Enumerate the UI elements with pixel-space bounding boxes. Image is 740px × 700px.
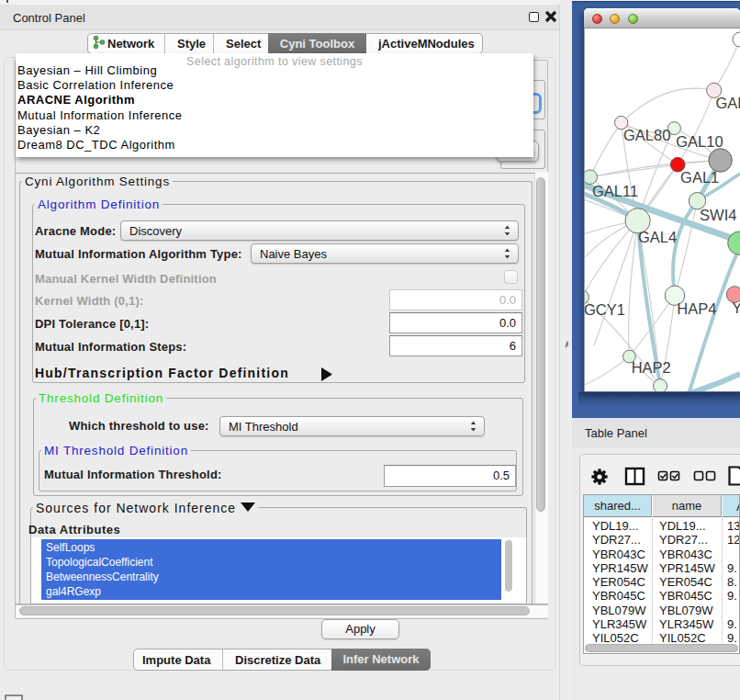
svg-text:GAL1: GAL1 xyxy=(680,169,719,186)
svg-text:GAL7: GAL7 xyxy=(715,95,740,111)
svg-text:GCY1: GCY1 xyxy=(585,301,625,318)
svg-text:GAL11: GAL11 xyxy=(592,183,638,199)
svg-text:HAP4: HAP4 xyxy=(677,300,716,317)
svg-text:GAL80: GAL80 xyxy=(623,127,670,143)
svg-text:HAP2: HAP2 xyxy=(632,359,671,376)
svg-text:GAL10: GAL10 xyxy=(676,133,723,150)
svg-text:SWI4: SWI4 xyxy=(700,207,736,223)
svg-text:Y: Y xyxy=(732,299,740,316)
svg-text:GAL4: GAL4 xyxy=(638,229,677,245)
